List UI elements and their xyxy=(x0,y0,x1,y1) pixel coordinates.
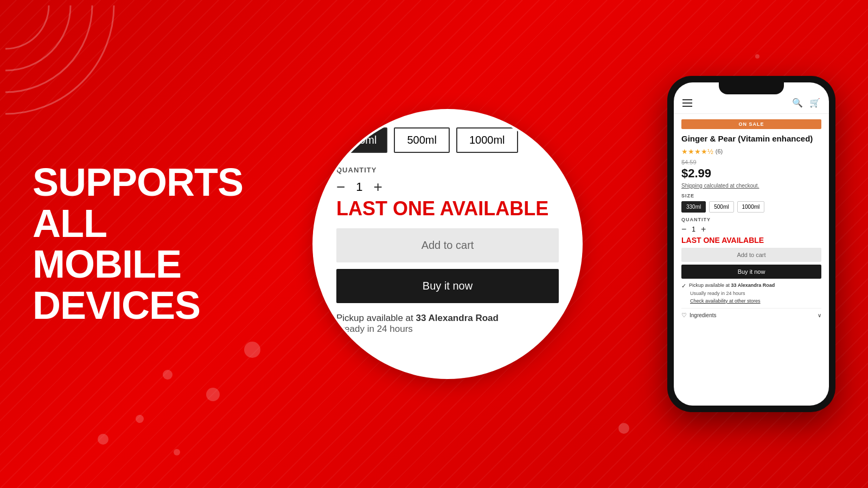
phone-size-330ml[interactable]: 330ml xyxy=(681,201,706,213)
main-heading: SUPPORTS ALL MOBILE DEVICES xyxy=(33,162,304,326)
last-one-text: LAST ONE AVAILABLE xyxy=(336,199,559,219)
hamburger-line xyxy=(682,106,692,107)
phone-size-1000ml[interactable]: 1000ml xyxy=(737,201,765,213)
dot-decoration xyxy=(755,54,760,59)
quantity-value: 1 xyxy=(356,180,362,194)
phone-qty-decrease[interactable]: − xyxy=(681,224,686,234)
dot-decoration xyxy=(618,423,629,434)
phone-size-row: 330ml 500ml 1000ml xyxy=(681,201,821,213)
phone-container: 🔍 🛒 ON SALE Ginger & Pear (Vitamin enhan… xyxy=(667,76,835,412)
ready-text: ready in 24 hours xyxy=(336,324,559,335)
checkmark-icon: ✓ xyxy=(681,282,686,290)
dot-decoration xyxy=(163,370,173,380)
svg-point-2 xyxy=(5,5,92,92)
check-availability-link[interactable]: Check availability at other stores xyxy=(681,298,821,304)
pickup-available: Pickup available at 33 Alexandra Road xyxy=(336,313,559,324)
pickup-address: 33 Alexandra Road xyxy=(416,313,499,323)
dot-decoration xyxy=(136,415,144,423)
ingredients-text: Ingredients xyxy=(690,312,716,318)
phone-size-500ml[interactable]: 500ml xyxy=(709,201,733,213)
old-price: $4.59 xyxy=(681,159,821,165)
shipping-text[interactable]: Shipping calculated at checkout. xyxy=(681,183,821,189)
hamburger-line xyxy=(682,99,692,100)
phone-pickup-address: 33 Alexandra Road xyxy=(731,282,775,288)
chevron-down-icon: ∨ xyxy=(818,312,821,318)
pickup-label: Pickup available at xyxy=(336,313,413,323)
buy-now-button[interactable]: Buy it now xyxy=(336,269,559,303)
phone-header-icons: 🔍 🛒 xyxy=(792,98,820,108)
magnify-circle: 330ml 500ml 1000ml QUANTITY − 1 + LAST O… xyxy=(315,111,580,377)
phone-qty-value: 1 xyxy=(692,226,695,233)
cart-icon[interactable]: 🛒 xyxy=(809,98,820,108)
phone-body: ON SALE Ginger & Pear (Vitamin enhanced)… xyxy=(674,114,829,406)
size-btn-1000ml[interactable]: 1000ml xyxy=(456,127,518,153)
ingredients-row: ♡ Ingredients ∨ xyxy=(681,308,821,319)
arc-decoration xyxy=(5,5,141,141)
review-count: (6) xyxy=(716,148,723,155)
phone-notch xyxy=(719,82,784,94)
heading-line1: SUPPORTS ALL xyxy=(33,162,304,244)
quantity-label: QUANTITY xyxy=(336,166,559,174)
phone-size-label: SIZE xyxy=(681,193,821,198)
add-to-cart-button[interactable]: Add to cart xyxy=(336,228,559,262)
phone-ready-info: Usually ready in 24 hours xyxy=(681,291,821,296)
stars-row: ★★★★½ (6) xyxy=(681,147,821,156)
phone-mockup: 🔍 🛒 ON SALE Ginger & Pear (Vitamin enhan… xyxy=(667,76,835,412)
phone-qty-row: − 1 + xyxy=(681,224,821,234)
phone-qty-increase[interactable]: + xyxy=(701,224,706,234)
ingredients-label: ♡ Ingredients xyxy=(681,312,716,319)
svg-point-1 xyxy=(5,5,71,70)
phone-pickup-row: ✓ Pickup available at 33 Alexandra Road xyxy=(681,282,821,290)
quantity-row: − 1 + xyxy=(336,179,559,195)
dot-decoration xyxy=(98,434,108,445)
phone-qty-label: QUANTITY xyxy=(681,217,821,222)
quantity-increase[interactable]: + xyxy=(374,179,382,195)
hamburger-menu[interactable] xyxy=(682,99,692,107)
product-title: Ginger & Pear (Vitamin enhanced) xyxy=(681,133,821,144)
dot-decoration xyxy=(244,342,260,358)
phone-last-one: LAST ONE AVAILABLE xyxy=(681,236,821,245)
hamburger-line xyxy=(682,102,692,104)
heading-line2: MOBILE xyxy=(33,244,304,285)
svg-point-3 xyxy=(5,5,114,114)
phone-screen: 🔍 🛒 ON SALE Ginger & Pear (Vitamin enhan… xyxy=(674,82,829,406)
new-price: $2.99 xyxy=(681,166,821,181)
search-icon[interactable]: 🔍 xyxy=(792,98,803,108)
size-btn-500ml[interactable]: 500ml xyxy=(394,127,449,153)
heart-icon: ♡ xyxy=(681,312,687,319)
quantity-decrease[interactable]: − xyxy=(336,179,345,195)
phone-add-cart-button[interactable]: Add to cart xyxy=(681,248,821,262)
phone-pickup-info: Pickup available at 33 Alexandra Road xyxy=(689,282,775,288)
dot-decoration xyxy=(174,449,180,455)
stars: ★★★★½ xyxy=(681,147,713,156)
heading-line3: DEVICES xyxy=(33,285,304,326)
on-sale-badge: ON SALE xyxy=(681,119,821,129)
phone-buy-now-button[interactable]: Buy it now xyxy=(681,265,821,279)
svg-point-0 xyxy=(5,5,49,49)
dot-decoration xyxy=(206,388,220,401)
